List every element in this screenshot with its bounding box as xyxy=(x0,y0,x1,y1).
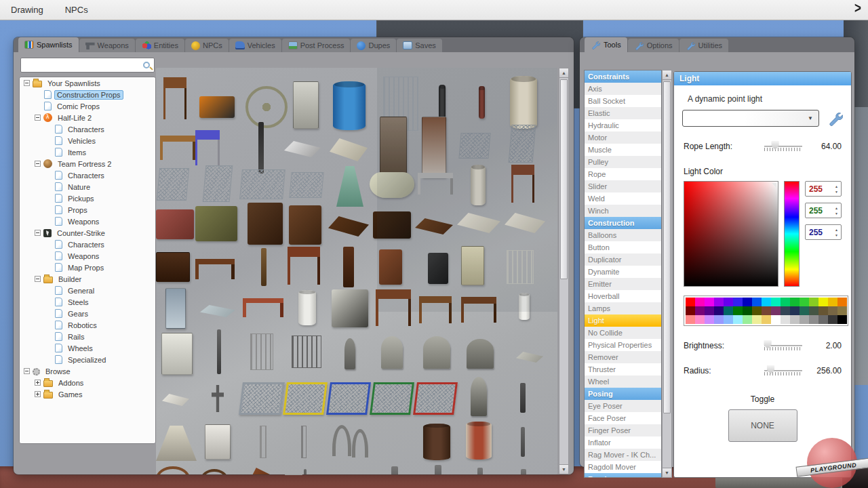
tree-item-weapons[interactable]: Weapons xyxy=(20,250,155,262)
prop-barricade[interactable] xyxy=(292,336,321,368)
tool-item-motor[interactable]: Motor xyxy=(585,131,661,144)
palette-swatch[interactable] xyxy=(837,315,847,324)
palette-swatch[interactable] xyxy=(752,306,762,315)
scrollbar-thumb[interactable] xyxy=(560,79,568,279)
palette-swatch[interactable] xyxy=(800,298,809,306)
prop-bathtub[interactable] xyxy=(370,172,414,198)
tree-item-wheels[interactable]: Wheels xyxy=(20,342,155,354)
prop-washer[interactable] xyxy=(161,333,193,375)
palette-swatch[interactable] xyxy=(781,306,790,315)
tab-utilities[interactable]: Utilities xyxy=(679,39,728,52)
prop-trophy-pole[interactable] xyxy=(520,383,526,413)
prop-white-box[interactable] xyxy=(162,394,189,406)
tree-item-characters[interactable]: Characters xyxy=(20,239,155,250)
palette-swatch[interactable] xyxy=(686,315,695,324)
rgb-input-red[interactable]: 255▲▼ xyxy=(805,181,842,197)
prop-fountain[interactable] xyxy=(336,166,363,207)
menu-item-npcs[interactable]: NPCs xyxy=(54,0,99,20)
scroll-down-icon[interactable]: ▼ xyxy=(559,464,568,474)
tool-item-no-collide[interactable]: No Collide xyxy=(585,327,661,339)
palette-swatch[interactable] xyxy=(743,306,752,315)
prop-counter-stove[interactable] xyxy=(332,289,368,327)
prop-lamp-post[interactable] xyxy=(258,122,264,174)
prop-dresser[interactable] xyxy=(289,205,321,245)
prop-hook-pole[interactable] xyxy=(521,427,525,457)
prop-bar-stool[interactable] xyxy=(163,77,186,119)
prop-fence-small[interactable] xyxy=(458,133,490,159)
prop-cage-gray[interactable] xyxy=(239,382,285,415)
tool-item-winch[interactable]: Winch xyxy=(585,205,661,217)
prop-obelisk[interactable] xyxy=(471,377,487,416)
tool-item-button[interactable]: Button xyxy=(585,241,661,253)
prop-pipe-b[interactable] xyxy=(352,429,368,458)
tree-item-specialized[interactable]: Specialized xyxy=(20,354,155,365)
prop-lockers[interactable] xyxy=(205,424,231,460)
palette-swatch[interactable] xyxy=(762,298,771,306)
prop-metal-plate[interactable] xyxy=(293,81,319,129)
prop-antenna-b[interactable] xyxy=(435,465,441,474)
tab-weapons[interactable]: Weapons xyxy=(79,39,135,52)
tree-item-comic-props[interactable]: Comic Props xyxy=(20,100,155,112)
palette-swatch[interactable] xyxy=(686,298,695,306)
rgb-input-blue[interactable]: 255▲▼ xyxy=(805,224,842,240)
toggle-key-button[interactable]: NONE xyxy=(728,409,797,442)
expand-icon[interactable] xyxy=(35,391,41,397)
tree-item-construction-props[interactable]: Construction Props xyxy=(20,89,155,100)
hue-bar[interactable] xyxy=(784,181,800,287)
tool-item-rope[interactable]: Rope xyxy=(585,168,661,180)
collapse-icon[interactable] xyxy=(35,230,41,236)
tool-item-wheel[interactable]: Wheel xyxy=(585,375,661,388)
palette-swatch[interactable] xyxy=(705,306,714,315)
palette-swatch[interactable] xyxy=(724,315,733,324)
prop-board-flat[interactable] xyxy=(415,218,453,235)
prop-fence-c[interactable] xyxy=(289,172,323,198)
prop-door-wood[interactable] xyxy=(380,117,407,174)
palette-swatch[interactable] xyxy=(724,306,733,315)
saturation-value-square[interactable] xyxy=(684,181,778,287)
tab-npcs[interactable]: NPCs xyxy=(185,39,229,52)
prop-canister-red[interactable] xyxy=(479,86,485,119)
palette-swatch[interactable] xyxy=(818,306,828,315)
palette-swatch[interactable] xyxy=(771,298,781,306)
prop-gear-a[interactable] xyxy=(156,466,190,474)
prop-pole-a[interactable] xyxy=(304,469,307,474)
palette-swatch[interactable] xyxy=(818,298,828,306)
prop-cross-grave[interactable] xyxy=(212,385,224,412)
palette-swatch[interactable] xyxy=(828,298,837,306)
palette-swatch[interactable] xyxy=(828,306,837,315)
tree-item-rails[interactable]: Rails xyxy=(20,331,155,342)
prop-round-table[interactable] xyxy=(376,289,411,326)
palette-swatch[interactable] xyxy=(800,306,809,315)
tree-item-weapons[interactable]: Weapons xyxy=(20,216,155,227)
tree-item-gears[interactable]: Gears xyxy=(20,308,155,319)
prop-mattress-a[interactable] xyxy=(457,213,500,233)
tool-item-hoverball[interactable]: Hoverball xyxy=(585,290,661,302)
prop-wood-stove[interactable] xyxy=(428,253,448,284)
palette-swatch[interactable] xyxy=(724,298,733,306)
palette-swatch[interactable] xyxy=(733,298,743,306)
tree-item-games[interactable]: Games xyxy=(20,388,155,400)
palette-swatch[interactable] xyxy=(695,298,705,306)
prop-antenna-a[interactable] xyxy=(391,466,398,474)
spinner-arrows-icon[interactable]: ▲▼ xyxy=(832,206,841,216)
rgb-input-green[interactable]: 255▲▼ xyxy=(805,203,842,218)
palette-swatch[interactable] xyxy=(714,298,724,306)
prop-radiator[interactable] xyxy=(507,250,534,284)
tab-vehicles[interactable]: Vehicles xyxy=(229,39,281,52)
tool-item-lamps[interactable]: Lamps xyxy=(585,302,661,314)
palette-swatch[interactable] xyxy=(752,315,762,324)
palette-swatch[interactable] xyxy=(790,306,800,315)
tree-item-pickups[interactable]: Pickups xyxy=(20,192,155,204)
palette-swatch[interactable] xyxy=(686,306,695,315)
tab-options[interactable]: Options xyxy=(628,39,679,52)
tool-item-hydraulic[interactable]: Hydraulic xyxy=(585,119,661,131)
prop-sink[interactable] xyxy=(298,290,316,325)
tree-item-team-fortress-2[interactable]: Team Fortress 2 xyxy=(20,158,155,169)
prop-chair-blue[interactable] xyxy=(195,130,220,165)
tool-item-physical-properties[interactable]: Physical Properties xyxy=(585,339,661,351)
tool-item-ball-socket[interactable]: Ball Socket xyxy=(585,95,661,107)
tool-item-emitter[interactable]: Emitter xyxy=(585,278,661,290)
prop-grave-wide[interactable] xyxy=(423,336,450,369)
prop-gear-b[interactable] xyxy=(201,469,228,474)
prop-door-frame[interactable] xyxy=(250,333,273,370)
